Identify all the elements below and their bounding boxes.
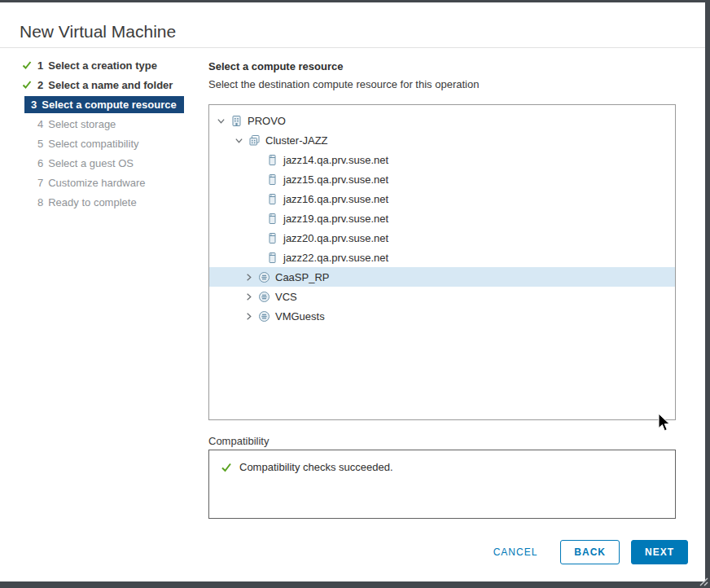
wizard-footer: CANCEL BACK NEXT <box>485 540 688 564</box>
wizard-step-5[interactable]: 5Select compatibility <box>20 134 184 153</box>
host-icon <box>266 154 278 166</box>
step-number: 8 <box>37 196 43 208</box>
compatibility-status-row: Compatibility checks succeeded. <box>209 450 675 484</box>
wizard-step-7[interactable]: 7Customize hardware <box>20 173 184 192</box>
new-vm-wizard-dialog: New Virtual Machine 1Select a creation t… <box>0 2 705 581</box>
back-button[interactable]: BACK <box>560 540 620 564</box>
tree-item-label: jazz20.qa.prv.suse.net <box>283 232 388 244</box>
host-icon <box>266 173 278 186</box>
cluster-icon <box>248 134 261 147</box>
compute-resource-tree: PROVO Cluster-JAZZ jazz14.qa.prv.suse.ne… <box>208 104 676 420</box>
title-divider <box>0 47 705 48</box>
panel-heading: Select a compute resource <box>208 60 343 72</box>
panel-subheading: Select the destination compute resource … <box>208 78 479 90</box>
wizard-step-4[interactable]: 4Select storage <box>20 114 184 134</box>
compatibility-label: Compatibility <box>208 435 269 447</box>
tree-item-label: jazz22.qa.prv.suse.net <box>283 252 388 264</box>
resource-pool-icon <box>258 271 270 283</box>
tree-item-host[interactable]: jazz15.qa.prv.suse.net <box>209 169 675 189</box>
chevron-right-icon[interactable] <box>243 292 254 302</box>
tree-item-label: CaaSP_RP <box>275 271 329 283</box>
step-number: 1 <box>37 59 43 72</box>
tree-item-host[interactable]: jazz20.qa.prv.suse.net <box>209 228 675 248</box>
step-label: Select a creation type <box>48 59 157 72</box>
step-label: Customize hardware <box>48 177 145 189</box>
datacenter-icon <box>230 115 243 127</box>
tree-item-label: PROVO <box>248 115 286 127</box>
step-label: Select storage <box>48 118 116 130</box>
step-label: Ready to complete <box>48 196 136 208</box>
compatibility-message: Compatibility checks succeeded. <box>239 461 393 473</box>
tree-item-label: jazz15.qa.prv.suse.net <box>283 173 388 186</box>
tree-item-resource-pool-selected[interactable]: CaaSP_RP <box>209 267 675 287</box>
cancel-button[interactable]: CANCEL <box>485 540 546 564</box>
host-icon <box>266 193 278 205</box>
wizard-step-8[interactable]: 8Ready to complete <box>20 192 184 212</box>
resource-pool-icon <box>258 310 270 323</box>
step-number: 3 <box>31 99 37 111</box>
resize-handle-icon[interactable] <box>697 575 708 586</box>
next-button[interactable]: NEXT <box>631 540 688 564</box>
resource-pool-icon <box>258 291 270 303</box>
tree-item-datacenter[interactable]: PROVO <box>209 111 675 130</box>
step-label: Select a guest OS <box>48 157 134 169</box>
chevron-right-icon[interactable] <box>243 272 254 283</box>
step-number: 2 <box>37 79 43 91</box>
step-label: Select compatibility <box>48 138 138 150</box>
step-number: 7 <box>37 177 43 189</box>
tree-item-host[interactable]: jazz16.qa.prv.suse.net <box>209 189 675 208</box>
step-number: 6 <box>37 157 43 169</box>
tree-item-resource-pool[interactable]: VMGuests <box>209 306 675 326</box>
step-label: Select a compute resource <box>42 99 176 111</box>
wizard-step-2[interactable]: 2Select a name and folder <box>20 75 184 94</box>
wizard-step-1[interactable]: 1Select a creation type <box>20 55 184 75</box>
tree-item-cluster[interactable]: Cluster-JAZZ <box>209 130 675 150</box>
host-icon <box>266 213 278 225</box>
tree-item-label: jazz16.qa.prv.suse.net <box>283 193 388 205</box>
wizard-steps-nav: 1Select a creation type 2Select a name a… <box>20 55 184 212</box>
host-icon <box>266 232 278 244</box>
host-icon <box>266 252 278 264</box>
chevron-down-icon[interactable] <box>234 135 244 146</box>
step-number: 5 <box>37 138 43 150</box>
tree-item-host[interactable]: jazz22.qa.prv.suse.net <box>209 248 675 267</box>
wizard-step-6[interactable]: 6Select a guest OS <box>20 153 184 173</box>
step-complete-check-icon <box>22 80 32 90</box>
step-complete-check-icon <box>22 60 32 70</box>
chevron-down-icon[interactable] <box>216 116 226 126</box>
wizard-step-3-current[interactable]: 3Select a compute resource <box>20 94 184 114</box>
compatibility-panel: Compatibility checks succeeded. <box>208 450 676 519</box>
tree-item-host[interactable]: jazz14.qa.prv.suse.net <box>209 150 675 169</box>
tree-item-label: jazz14.qa.prv.suse.net <box>283 154 388 166</box>
dialog-title: New Virtual Machine <box>20 22 176 42</box>
tree-item-label: VCS <box>275 291 297 303</box>
tree-item-label: jazz19.qa.prv.suse.net <box>283 213 388 225</box>
chevron-right-icon[interactable] <box>243 311 254 322</box>
tree-item-label: VMGuests <box>275 310 325 323</box>
tree-item-host[interactable]: jazz19.qa.prv.suse.net <box>209 208 675 228</box>
tree-item-resource-pool[interactable]: VCS <box>209 287 675 306</box>
success-check-icon <box>221 462 232 473</box>
step-label: Select a name and folder <box>48 79 173 91</box>
tree-item-label: Cluster-JAZZ <box>265 134 328 147</box>
step-number: 4 <box>37 118 43 130</box>
window-frame: New Virtual Machine 1Select a creation t… <box>0 0 710 588</box>
